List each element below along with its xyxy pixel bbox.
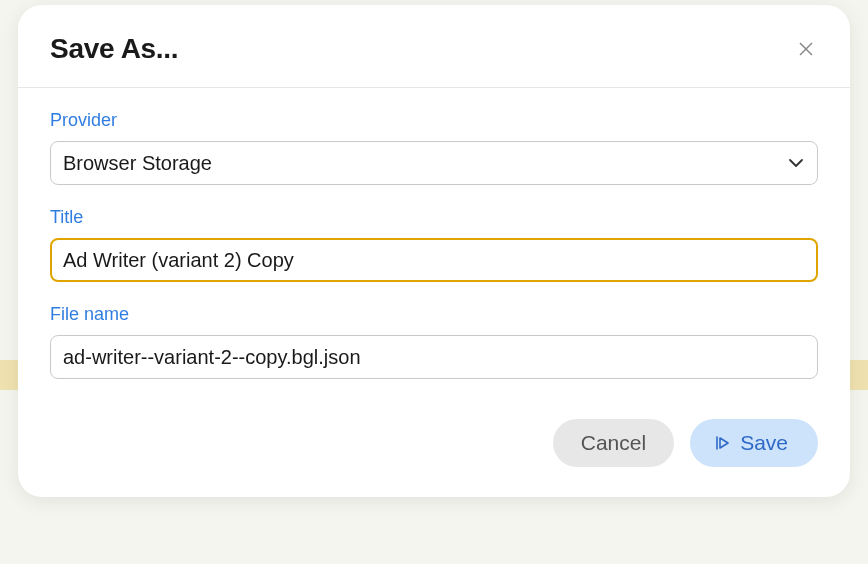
filename-input[interactable] bbox=[50, 335, 818, 379]
save-as-dialog: Save As... Provider Title bbox=[18, 5, 850, 497]
dialog-header: Save As... bbox=[18, 5, 850, 88]
dialog-title: Save As... bbox=[50, 33, 178, 65]
filename-field-group: File name bbox=[50, 304, 818, 379]
svg-marker-3 bbox=[720, 438, 728, 448]
cancel-button[interactable]: Cancel bbox=[553, 419, 674, 467]
save-icon bbox=[714, 435, 730, 451]
close-icon bbox=[798, 41, 814, 57]
title-label: Title bbox=[50, 207, 818, 228]
dialog-body: Provider Title File name bbox=[18, 88, 850, 409]
provider-select-wrapper bbox=[50, 141, 818, 185]
provider-field-group: Provider bbox=[50, 110, 818, 185]
title-input[interactable] bbox=[50, 238, 818, 282]
provider-select[interactable] bbox=[50, 141, 818, 185]
filename-label: File name bbox=[50, 304, 818, 325]
save-button-label: Save bbox=[740, 431, 788, 455]
provider-label: Provider bbox=[50, 110, 818, 131]
close-button[interactable] bbox=[794, 37, 818, 61]
title-field-group: Title bbox=[50, 207, 818, 282]
save-button[interactable]: Save bbox=[690, 419, 818, 467]
dialog-footer: Cancel Save bbox=[18, 409, 850, 497]
